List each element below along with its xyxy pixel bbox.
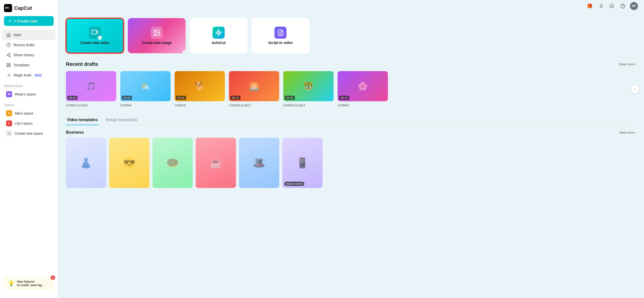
drafts-row: 🎵 00:10 Untitled project ⛅ 00:08 Untitle… xyxy=(66,71,636,107)
draft-duration-4: 00:11 xyxy=(230,96,240,100)
gift-button[interactable]: 🎁 xyxy=(586,2,594,10)
sidebar-item-magic-tools-label: Magic tools xyxy=(14,73,31,77)
template-card-6[interactable]: 📱 back to school xyxy=(282,138,323,188)
draft-name-5: Untitled project xyxy=(283,103,334,107)
draft-duration-5: 00:20 xyxy=(285,96,295,100)
svg-point-3 xyxy=(9,53,10,55)
sidebar-item-magic-tools[interactable]: Magic tools Beta xyxy=(2,70,56,80)
business-header: Business View more › xyxy=(66,130,636,135)
weiyi-space-label: Weiyi's space xyxy=(15,92,36,96)
video-card-icon: + xyxy=(89,27,101,39)
create-image-label: Create new image xyxy=(142,41,172,45)
svg-line-7 xyxy=(8,54,9,55)
sidebar-lily-space[interactable]: L Lily's space xyxy=(2,118,56,128)
sidebar-item-recent-drafts[interactable]: Recent drafts xyxy=(2,40,56,50)
notification-badge: 2 xyxy=(51,275,55,280)
spaces-label: Spaces xyxy=(0,99,58,108)
draft-name-3: Untitled xyxy=(175,103,225,107)
bell-button[interactable] xyxy=(608,2,616,10)
autocut-icon xyxy=(213,27,225,39)
draft-name-6: Untitled xyxy=(338,103,388,107)
create-image-card[interactable]: + Create new image xyxy=(128,18,186,53)
template-card-3[interactable]: 🍩 xyxy=(152,138,193,188)
svg-point-23 xyxy=(155,31,156,32)
sidebar-item-templates[interactable]: Templates xyxy=(2,60,56,70)
image-card-icon: + xyxy=(151,27,163,39)
draft-thumb-3: 🐕 00:16 xyxy=(175,71,225,101)
template-card-2[interactable]: 😎 xyxy=(109,138,149,188)
draft-name-1: Untitled project xyxy=(66,103,116,107)
svg-point-4 xyxy=(7,55,8,56)
alia-space-label: Alia's space xyxy=(15,111,33,115)
tab-video-templates[interactable]: Video templates xyxy=(66,115,99,125)
lily-space-label: Lily's space xyxy=(15,121,33,125)
template-icon xyxy=(6,63,11,68)
draft-card-2[interactable]: ⛅ 00:08 Untitled xyxy=(120,71,171,107)
draft-duration-6: 00:16 xyxy=(339,96,349,100)
business-title: Business xyxy=(66,130,84,135)
draft-thumb-2: ⛅ 00:08 xyxy=(120,71,171,101)
draft-card-6[interactable]: 🌸 00:16 Untitled xyxy=(338,71,388,107)
new-features-subtitle: AI model: save big ... xyxy=(17,283,45,287)
draft-thumb-4: 🌅 00:11 xyxy=(229,71,279,101)
weiyi-avatar: W xyxy=(6,91,12,97)
template-card-5[interactable]: 🎩 xyxy=(239,138,279,188)
create-new-label: + Create new xyxy=(14,19,37,23)
sidebar-item-start-label: Start xyxy=(14,33,21,37)
sidebar-alia-space[interactable]: A Alia's space xyxy=(2,108,56,118)
draft-card-3[interactable]: 🐕 00:16 Untitled xyxy=(175,71,225,107)
create-cards-row: + Create new video + Create new image xyxy=(66,18,636,53)
beta-badge: Beta xyxy=(34,73,43,77)
top-bar: 🎁 HY xyxy=(58,0,644,12)
svg-rect-11 xyxy=(7,66,8,67)
draft-card-4[interactable]: 🌅 00:11 Untitled project xyxy=(229,71,279,107)
create-video-label: Create new video xyxy=(80,41,109,45)
autocut-card[interactable]: AutoCut xyxy=(190,18,248,53)
draft-duration-1: 00:10 xyxy=(67,96,77,100)
templates-row: 👗 😎 🍩 ☕ 🎩 xyxy=(66,138,636,188)
templates-tabs: Video templates Image templates xyxy=(66,115,636,125)
svg-rect-21 xyxy=(92,30,96,34)
tab-image-templates[interactable]: Image templates xyxy=(105,115,138,125)
new-features-title: New features xyxy=(17,280,45,283)
script-to-video-label: Script to video xyxy=(268,41,293,45)
lily-avatar: L xyxy=(6,120,12,126)
list-button[interactable] xyxy=(597,2,605,10)
create-new-button[interactable]: ＋ + Create new xyxy=(4,16,54,26)
wand-icon xyxy=(6,73,11,78)
main-content: + Create new video + Create new image xyxy=(58,12,644,298)
app-name: CapCut xyxy=(14,5,32,11)
create-space-icon: ＋ xyxy=(6,130,12,136)
recent-drafts-header: Recent drafts View more › xyxy=(66,61,636,67)
script-to-video-card[interactable]: Script to video xyxy=(252,18,309,53)
create-video-card[interactable]: + Create new video xyxy=(66,18,124,53)
logo: ✂ CapCut xyxy=(0,4,58,16)
template-card-1[interactable]: 👗 xyxy=(66,138,106,188)
template-badge-6: back to school xyxy=(284,182,304,186)
clock-icon xyxy=(6,42,11,47)
draft-card-5[interactable]: 🐯 00:20 Untitled project xyxy=(283,71,334,107)
drafts-scroll-right[interactable]: › xyxy=(631,85,639,93)
svg-rect-10 xyxy=(9,65,10,67)
templates-view-more[interactable]: View more › xyxy=(619,131,636,134)
svg-text:✂: ✂ xyxy=(5,6,9,11)
alia-avatar: A xyxy=(6,110,12,116)
plus-icon: ＋ xyxy=(8,19,12,23)
create-space-label: Create new space xyxy=(15,131,43,135)
autocut-label: AutoCut xyxy=(212,41,225,45)
capcut-logo-icon: ✂ xyxy=(4,4,12,12)
draft-name-4: Untitled project xyxy=(229,103,279,107)
sidebar-item-share-history[interactable]: Share history xyxy=(2,50,56,60)
template-card-4[interactable]: ☕ xyxy=(196,138,236,188)
sidebar-create-space[interactable]: ＋ Create new space xyxy=(2,128,56,138)
user-avatar[interactable]: HY xyxy=(630,2,638,10)
draft-duration-2: 00:08 xyxy=(122,96,132,100)
draft-card-1[interactable]: 🎵 00:10 Untitled project xyxy=(66,71,116,107)
svg-point-5 xyxy=(9,56,10,57)
help-button[interactable] xyxy=(619,2,627,10)
sidebar-item-start[interactable]: Start xyxy=(2,30,56,40)
recent-drafts-view-more[interactable]: View more › xyxy=(619,62,636,66)
new-features-banner[interactable]: 💡 New features AI model: save big ... 2 xyxy=(4,277,54,290)
chevron-right-icon: › xyxy=(635,62,636,66)
sidebar-weiyi-space[interactable]: W Weiyi's space xyxy=(2,89,56,99)
